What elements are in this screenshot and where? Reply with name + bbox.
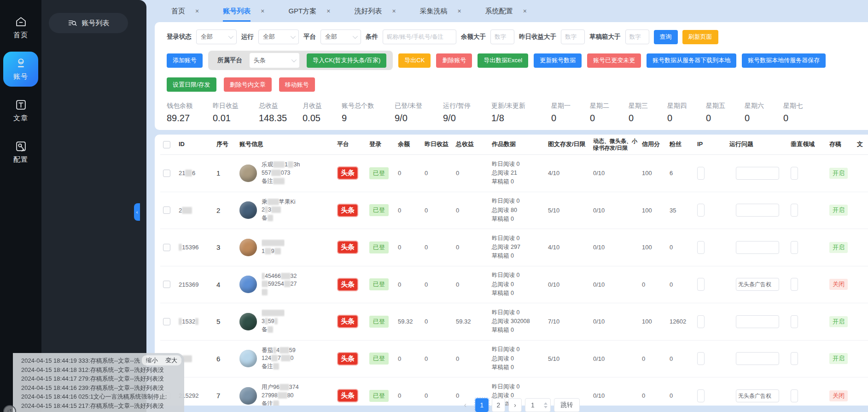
prev-page-button[interactable]: ‹ bbox=[459, 398, 472, 412]
collapse-handle[interactable]: ‹ bbox=[134, 203, 140, 221]
balance-value: 0 bbox=[398, 392, 425, 399]
vertical-field-input[interactable] bbox=[791, 241, 798, 254]
account-info-lines: 木木木木38598备木 bbox=[262, 309, 285, 334]
log-line: 2024-04-15 18:44:16 239:存稿系统--文章--洗好列表没 bbox=[21, 383, 181, 393]
tab-gpt-plan[interactable]: GPT方案 × bbox=[277, 0, 341, 22]
log-line: 2024-04-15 18:44:17 279:存稿系统--文章--洗好列表没 bbox=[21, 374, 181, 383]
move-account-button[interactable]: 移动账号 bbox=[279, 77, 315, 92]
refresh-page-button[interactable]: 刷新页面 bbox=[682, 30, 718, 44]
import-ck-button[interactable]: 导入CK(暂支持头条/百家) bbox=[307, 53, 386, 68]
changed-not-updated-button[interactable]: 账号已更变未更 bbox=[587, 53, 641, 68]
text-segment: 1 bbox=[285, 161, 288, 168]
panel-item-account-list[interactable]: 账号列表 bbox=[49, 13, 128, 33]
delete-account-button[interactable]: 删除账号 bbox=[436, 53, 472, 68]
sidebar-item-config[interactable]: 配置 bbox=[3, 135, 38, 170]
ip-input[interactable] bbox=[697, 204, 705, 217]
page-button-2[interactable]: 2 bbox=[492, 398, 505, 412]
login-cell: 已登 bbox=[369, 204, 398, 216]
search-button[interactable]: 查询 bbox=[654, 30, 678, 44]
login-status-select[interactable]: 全部 bbox=[196, 29, 237, 44]
vertical-field-input[interactable] bbox=[791, 389, 798, 402]
close-icon[interactable]: × bbox=[392, 7, 396, 15]
ip-input[interactable] bbox=[697, 315, 705, 328]
sidebar-item-account[interactable]: 账号 bbox=[3, 52, 38, 87]
upload-to-server-button[interactable]: 账号数据本地传服务器保存 bbox=[742, 53, 826, 68]
ip-input[interactable] bbox=[697, 352, 705, 365]
page-button-1[interactable]: 1 bbox=[475, 398, 489, 412]
set-daily-limit-button[interactable]: 设置日限/存发 bbox=[167, 77, 216, 92]
row-checkbox[interactable] bbox=[163, 244, 170, 251]
select-all-checkbox[interactable] bbox=[163, 141, 170, 148]
account-table-card: ID序号账号信息平台登录余额昨日收益总收益作品数据图文存发/日限动态、微头条、小… bbox=[155, 135, 868, 406]
stat-value: 148.35 bbox=[259, 113, 303, 124]
ip-input[interactable] bbox=[697, 278, 705, 291]
update-account-data-button[interactable]: 更新账号数据 bbox=[534, 53, 582, 68]
run-select[interactable]: 全部 bbox=[258, 29, 299, 44]
text-segment: 乐观 bbox=[262, 161, 273, 168]
text-segment: 备 bbox=[262, 215, 268, 221]
platform-group-label: 所属平台 bbox=[217, 56, 242, 65]
row-checkbox[interactable] bbox=[163, 281, 170, 288]
yesterday-gt-input[interactable] bbox=[561, 29, 585, 44]
download-to-local-button[interactable]: 账号数据从服务器下载到本地 bbox=[647, 53, 736, 68]
balance-gt-input[interactable] bbox=[490, 29, 514, 44]
draft-status-chip: 关闭 bbox=[829, 390, 848, 401]
vertical-field-input[interactable] bbox=[791, 204, 798, 217]
draft-status-chip: 开启 bbox=[829, 168, 848, 179]
page-jump-input[interactable]: 1 bbox=[525, 398, 551, 412]
account-info: 用户968883742799888880备注木 bbox=[239, 383, 337, 406]
stat-item: 钱包余额89.27 bbox=[167, 102, 213, 124]
run-issue-input[interactable] bbox=[736, 241, 779, 254]
run-issue-input[interactable] bbox=[736, 204, 779, 217]
platform-cell: 头条 bbox=[337, 204, 369, 217]
close-icon[interactable]: × bbox=[523, 7, 527, 15]
text-segment: 3h bbox=[293, 161, 300, 168]
log-zoom-in-button[interactable]: 变大 bbox=[165, 356, 177, 365]
tab-system-config[interactable]: 系统配置 × bbox=[474, 0, 538, 22]
close-icon[interactable]: × bbox=[195, 7, 199, 15]
row-checkbox[interactable] bbox=[163, 206, 170, 214]
vertical-cell bbox=[791, 315, 829, 328]
works-line: 昨日阅读 0 bbox=[492, 383, 546, 391]
vertical-field-input[interactable] bbox=[791, 315, 798, 328]
tab-washed-list[interactable]: 洗好列表 × bbox=[343, 0, 407, 22]
export-excel-button[interactable]: 导出数据Excel bbox=[478, 53, 528, 68]
stepper-icons[interactable] bbox=[544, 402, 548, 408]
sidebar-item-article[interactable]: 文章 bbox=[3, 93, 38, 128]
run-issue-input[interactable] bbox=[736, 167, 779, 180]
page-jump-button[interactable]: 跳转 bbox=[554, 398, 580, 412]
tab-account-list[interactable]: 账号列表 × bbox=[212, 0, 275, 22]
vertical-field-input[interactable] bbox=[791, 278, 798, 291]
log-zoom-out-button[interactable]: 缩小 bbox=[146, 356, 158, 365]
tab-home[interactable]: 首页 × bbox=[160, 0, 210, 22]
ip-input[interactable] bbox=[697, 167, 705, 180]
draftbox-gt-input[interactable] bbox=[625, 29, 649, 44]
account-id: 215292 bbox=[179, 392, 216, 399]
close-icon[interactable]: × bbox=[261, 7, 264, 15]
stat-label: 月收益 bbox=[303, 102, 342, 110]
vertical-field-input[interactable] bbox=[791, 167, 798, 180]
run-issue-input[interactable]: 无头条广告权 bbox=[736, 278, 779, 291]
row-checkbox[interactable] bbox=[163, 170, 170, 177]
run-issue-input[interactable]: 无头条广告权 bbox=[736, 389, 779, 402]
next-page-button[interactable]: › bbox=[508, 398, 522, 412]
sidebar-item-home[interactable]: 首页 bbox=[3, 10, 38, 45]
run-issue-input[interactable] bbox=[736, 352, 779, 365]
close-icon[interactable]: × bbox=[458, 7, 461, 15]
export-ck-button[interactable]: 导出CK bbox=[398, 53, 431, 68]
condition-input[interactable] bbox=[383, 29, 456, 44]
run-issue-input[interactable] bbox=[736, 315, 779, 328]
tab-collect-wash[interactable]: 采集洗稿 × bbox=[409, 0, 472, 22]
add-account-button[interactable]: 添加账号 bbox=[167, 53, 203, 68]
ip-input[interactable] bbox=[697, 241, 705, 254]
stat-item: 星期一0 bbox=[551, 102, 590, 124]
vertical-field-input[interactable] bbox=[791, 352, 798, 365]
works-line: 昨日阅读 0 bbox=[492, 234, 546, 243]
row-checkbox[interactable] bbox=[163, 318, 170, 325]
platform-select[interactable]: 全部 bbox=[320, 29, 361, 44]
close-icon[interactable]: × bbox=[326, 7, 330, 15]
ip-input[interactable] bbox=[697, 389, 705, 402]
delete-articles-button[interactable]: 删除号内文章 bbox=[224, 77, 272, 92]
column-header: 总收益 bbox=[456, 141, 492, 148]
platform-group-select[interactable]: 头条 bbox=[250, 53, 299, 68]
